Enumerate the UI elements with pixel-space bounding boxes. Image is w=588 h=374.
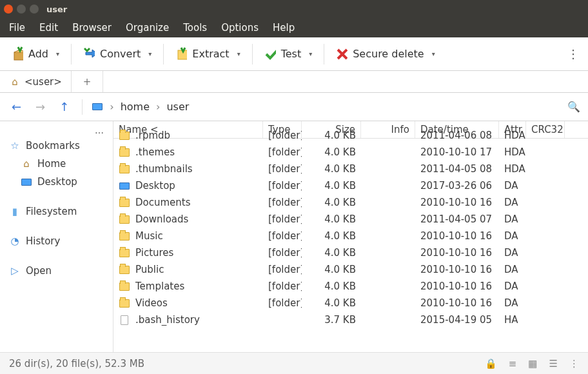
file-type: [folder] xyxy=(263,280,302,292)
file-size: 4.0 KB xyxy=(302,280,361,292)
file-size: 4.0 KB xyxy=(302,197,361,208)
table-row[interactable]: Templates[folder]4.0 KB2010-10-10 16DA xyxy=(113,278,588,295)
nav-forward-button[interactable]: → xyxy=(32,97,49,116)
tab-user[interactable]: ⌂ <user> xyxy=(0,71,72,92)
window-title: user xyxy=(46,5,67,14)
sidebar-item-label: Desktop xyxy=(37,176,77,188)
file-type: [folder] xyxy=(263,230,302,242)
sidebar-desktop[interactable]: Desktop xyxy=(0,173,113,191)
file-name: Documents xyxy=(135,197,191,208)
view-list-icon[interactable]: ≡ xyxy=(509,358,517,369)
file-name: Templates xyxy=(135,280,184,292)
chevron-down-icon[interactable]: ▾ xyxy=(432,50,435,57)
table-row[interactable]: Desktop[folder]4.0 KB2017-03-26 06DA xyxy=(113,177,588,194)
test-button[interactable]: Test ▾ xyxy=(258,44,319,64)
file-type: [folder] xyxy=(263,213,302,225)
file-date: 2017-03-26 06 xyxy=(415,180,499,192)
add-button[interactable]: Add ▾ xyxy=(5,44,66,64)
chevron-down-icon[interactable]: ▾ xyxy=(148,50,152,57)
file-type: [folder] xyxy=(263,197,302,208)
view-grid-icon[interactable]: ▦ xyxy=(528,358,537,369)
folder-icon xyxy=(119,297,130,309)
chevron-down-icon[interactable]: ▾ xyxy=(309,50,312,57)
menu-options[interactable]: Options xyxy=(215,19,265,36)
window-maximize-button[interactable] xyxy=(30,5,39,14)
box-icon xyxy=(12,48,23,60)
table-row[interactable]: Videos[folder]4.0 KB2010-10-10 16DA xyxy=(113,295,588,311)
search-icon[interactable]: 🔍 xyxy=(567,101,580,113)
table-row[interactable]: Documents[folder]4.0 KB2010-10-10 16DA xyxy=(113,194,588,211)
file-attr: DA xyxy=(499,280,526,292)
sidebar-open[interactable]: ▷ Open xyxy=(0,262,113,280)
file-attr: DA xyxy=(499,247,526,259)
window-minimize-button[interactable] xyxy=(17,5,26,14)
table-row[interactable]: .rpmdb[folder]4.0 KB2011-04-06 08HDA xyxy=(113,127,588,144)
svg-rect-0 xyxy=(14,52,23,60)
table-row[interactable]: Music[folder]4.0 KB2010-10-10 16DA xyxy=(113,228,588,244)
toolbar: Add ▾ Convert ▾ Extract ▾ Test ▾ Secure … xyxy=(0,37,588,71)
file-type: [folder] xyxy=(263,247,302,259)
sidebar-history[interactable]: ◔ History xyxy=(0,232,113,250)
secure-delete-button[interactable]: Secure delete ▾ xyxy=(329,44,442,64)
navbar: ← → ↑ › home › user 🔍 xyxy=(0,93,588,121)
lock-icon[interactable]: 🔒 xyxy=(485,358,497,369)
computer-icon[interactable] xyxy=(92,101,103,113)
secure-delete-label: Secure delete xyxy=(353,48,424,60)
status-summary: 26 dir(s), 20 file(s), 52.3 MB xyxy=(9,358,144,369)
sidebar-more-button[interactable]: … xyxy=(0,124,113,137)
file-name: .themes xyxy=(135,146,175,158)
nav-up-button[interactable]: ↑ xyxy=(55,97,73,116)
file-name: Videos xyxy=(135,297,168,309)
folder-icon xyxy=(119,280,130,292)
file-size: 3.7 KB xyxy=(302,314,361,326)
play-icon: ▷ xyxy=(9,265,21,277)
file-name: .bash_history xyxy=(135,314,200,326)
sidebar-bookmarks[interactable]: ☆ Bookmarks xyxy=(0,137,113,155)
file-name: .rpmdb xyxy=(135,130,170,141)
file-date: 2011-04-05 08 xyxy=(415,163,499,175)
file-attr: DA xyxy=(499,180,526,192)
sidebar-item-label: Open xyxy=(26,265,52,277)
file-size: 4.0 KB xyxy=(302,264,361,275)
file-name: Pictures xyxy=(135,247,173,259)
separator xyxy=(324,44,324,64)
menu-tools[interactable]: Tools xyxy=(177,19,213,36)
file-list[interactable]: .rpmdb[folder]4.0 KB2011-04-06 08HDA.the… xyxy=(113,127,588,352)
sidebar-filesystem[interactable]: ▮ Filesystem xyxy=(0,202,113,221)
file-pane: Name < Type Size Info Date/time Attr CRC… xyxy=(113,121,588,352)
table-row[interactable]: Downloads[folder]4.0 KB2011-04-05 07DA xyxy=(113,211,588,228)
menu-organize[interactable]: Organize xyxy=(119,19,175,36)
file-date: 2011-04-06 08 xyxy=(415,130,499,141)
overflow-icon[interactable]: ⋮ xyxy=(569,358,579,369)
view-detail-icon[interactable]: ☰ xyxy=(549,358,558,369)
extract-button[interactable]: Extract ▾ xyxy=(169,44,246,64)
drive-icon: ▮ xyxy=(9,206,21,217)
table-row[interactable]: .thumbnails[folder]4.0 KB2011-04-05 08HD… xyxy=(113,161,588,177)
table-row[interactable]: .bash_history3.7 KB2015-04-19 05HA xyxy=(113,311,588,328)
file-name: Public xyxy=(135,264,164,275)
menu-browser[interactable]: Browser xyxy=(66,19,118,36)
file-date: 2010-10-10 16 xyxy=(415,247,499,259)
breadcrumb-user[interactable]: user xyxy=(166,101,189,113)
table-row[interactable]: Public[folder]4.0 KB2010-10-10 16DA xyxy=(113,261,588,278)
table-row[interactable]: .themes[folder]4.0 KB2010-10-10 17HDA xyxy=(113,144,588,161)
tab-add-button[interactable]: + xyxy=(72,71,104,92)
menu-edit[interactable]: Edit xyxy=(33,19,64,36)
file-size: 4.0 KB xyxy=(302,247,361,259)
menu-file[interactable]: File xyxy=(3,19,32,36)
menu-help[interactable]: Help xyxy=(266,19,301,36)
breadcrumb-home[interactable]: home xyxy=(121,101,150,113)
convert-button[interactable]: Convert ▾ xyxy=(77,44,158,64)
file-size: 4.0 KB xyxy=(302,146,361,158)
nav-back-button[interactable]: ← xyxy=(8,97,25,116)
chevron-down-icon[interactable]: ▾ xyxy=(56,50,59,57)
file-size: 4.0 KB xyxy=(302,130,361,141)
tab-label: <user> xyxy=(24,76,62,88)
chevron-right-icon: › xyxy=(156,101,160,113)
overflow-button[interactable]: ⋮ xyxy=(564,47,583,61)
sidebar-home[interactable]: ⌂ Home xyxy=(0,155,113,173)
file-name: Music xyxy=(135,230,163,242)
chevron-down-icon[interactable]: ▾ xyxy=(237,50,240,57)
window-close-button[interactable] xyxy=(4,5,13,14)
table-row[interactable]: Pictures[folder]4.0 KB2010-10-10 16DA xyxy=(113,244,588,261)
